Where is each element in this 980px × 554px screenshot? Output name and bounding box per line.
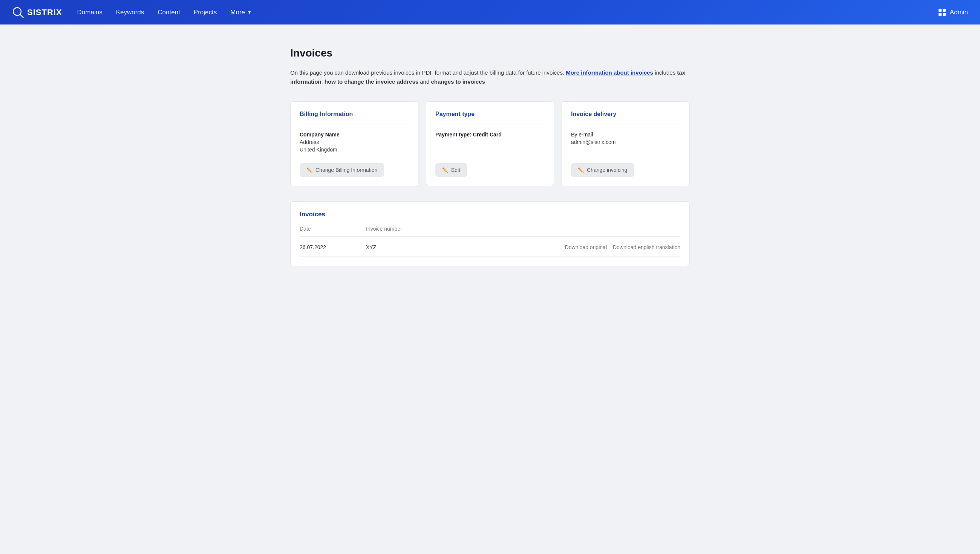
invoices-section-title: Invoices [300,211,680,218]
billing-card-title: Billing Information [300,111,409,124]
billing-card-body: Company Name Address United Kingdom [300,132,409,153]
billing-address: Address [300,139,409,145]
invoice-delivery-card: Invoice delivery By e-mail admin@sistrix… [562,101,690,186]
billing-country: United Kingdom [300,146,409,153]
svg-line-1 [20,14,23,18]
admin-label: Admin [950,9,968,16]
table-row: 26.07.2022 XYZ Download original Downloa… [300,238,680,257]
payment-type-value: Payment type: Credit Card [435,132,545,138]
page-title: Invoices [290,47,690,59]
col-date: Date [300,226,360,232]
desc-bold-2: how to change the invoice address [325,78,418,85]
nav-more-dropdown[interactable]: More ▼ [230,9,252,16]
pencil-icon: ✏️ [306,167,312,173]
change-invoicing-label: Change invoicing [587,167,627,173]
delivery-method: By e-mail [571,132,680,138]
change-invoicing-button[interactable]: ✏️ Change invoicing [571,163,634,177]
table-header: Date Invoice number [300,226,680,237]
download-original-link[interactable]: Download original [565,244,607,250]
nav-projects[interactable]: Projects [194,9,217,16]
invoice-date: 26.07.2022 [300,244,360,250]
pencil-icon: ✏️ [578,167,584,173]
desc-text-1: On this page you can download previous i… [290,69,566,76]
pencil-icon: ✏️ [442,167,448,173]
delivery-email: admin@sistrix.com [571,139,680,145]
delivery-card-body: By e-mail admin@sistrix.com [571,132,680,153]
invoice-number: XYZ [366,244,559,250]
admin-menu[interactable]: Admin [939,9,968,16]
col-invoice-number: Invoice number [366,226,668,232]
edit-payment-label: Edit [451,167,460,173]
billing-info-card: Billing Information Company Name Address… [290,101,418,186]
cards-row: Billing Information Company Name Address… [290,101,690,186]
nav-links: Domains Keywords Content Projects More ▼ [77,9,923,16]
nav-content[interactable]: Content [158,9,180,16]
desc-bold-3: changes to invoices [431,78,485,85]
edit-payment-button[interactable]: ✏️ Edit [435,163,467,177]
nav-more-label: More [230,9,245,16]
payment-card-body: Payment type: Credit Card [435,132,545,153]
change-billing-button[interactable]: ✏️ Change Billing Information [300,163,384,177]
sistrix-logo-icon [12,6,24,19]
change-billing-label: Change Billing Information [315,167,377,173]
billing-company-name: Company Name [300,132,409,138]
desc-text-2: includes [653,69,677,76]
desc-text-4: and [418,78,431,85]
site-logo[interactable]: SISTRIX [12,6,62,19]
desc-text-3: , [321,78,325,85]
grid-icon [939,9,946,16]
logo-text: SISTRIX [27,8,62,18]
download-translation-link[interactable]: Download english translation [613,244,680,250]
delivery-card-title: Invoice delivery [571,111,680,124]
chevron-down-icon: ▼ [247,10,252,15]
page-description: On this page you can download previous i… [290,68,690,86]
main-content: Invoices On this page you can download p… [283,24,697,296]
desc-link[interactable]: More information about invoices [566,69,653,76]
nav-keywords[interactable]: Keywords [116,9,144,16]
payment-type-card: Payment type Payment type: Credit Card ✏… [426,101,554,186]
invoices-section: Invoices Date Invoice number 26.07.2022 … [290,201,690,266]
payment-card-title: Payment type [435,111,545,124]
nav-domains[interactable]: Domains [77,9,102,16]
